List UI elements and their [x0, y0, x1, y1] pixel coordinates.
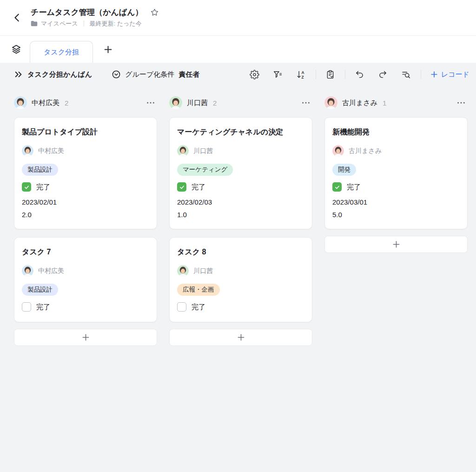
sort-button[interactable]: AZ — [296, 69, 307, 80]
kanban-column-1: 中村広美 2 製品プロトタイプ設計 中村広美 製品設計 — [14, 94, 157, 346]
view-name: タスク分担かんばん — [27, 70, 92, 79]
kanban-card[interactable]: 新機能開発 古川まさみ 開発 完了 2023/03/01 5.0 — [324, 117, 468, 229]
search-records-button[interactable] — [401, 69, 412, 80]
redo-icon — [378, 70, 388, 80]
checkbox-label: 完了 — [36, 183, 50, 192]
chevron-left-icon — [12, 13, 22, 23]
view-list-button[interactable] — [11, 44, 21, 54]
column-count: 2 — [213, 99, 217, 107]
column-count: 2 — [65, 99, 68, 107]
grouping-control[interactable]: グループ化条件 責任者 — [112, 70, 199, 79]
column-title: 川口茜 — [187, 99, 208, 107]
avatar — [14, 96, 27, 109]
settings-button[interactable] — [249, 69, 260, 80]
last-updated: 最終更新: たった今 — [90, 20, 142, 28]
card-assignee: 古川まさみ — [332, 145, 460, 157]
done-checkbox[interactable] — [22, 302, 31, 312]
column-menu-button[interactable] — [145, 97, 156, 108]
double-chevron-right-icon[interactable] — [14, 70, 23, 79]
undo-button[interactable] — [354, 69, 365, 80]
assignee-name: 川口茜 — [193, 267, 213, 275]
card-assignee: 川口茜 — [177, 145, 304, 157]
kanban-card[interactable]: タスク 8 川口茜 広報・企画 完了 — [169, 237, 312, 322]
done-checkbox[interactable] — [177, 182, 186, 192]
done-checkbox[interactable] — [177, 302, 186, 312]
column-title: 中村広美 — [32, 99, 60, 107]
toolbar-divider — [345, 70, 345, 79]
ellipsis-icon — [146, 98, 155, 107]
avatar — [324, 96, 337, 109]
filter-icon — [273, 70, 283, 80]
ellipsis-icon — [301, 98, 311, 107]
assignee-name: 中村広美 — [38, 267, 64, 275]
hours-value: 5.0 — [332, 211, 460, 219]
tag-badge: 製品設計 — [22, 284, 58, 296]
tag-badge: 開発 — [332, 164, 356, 176]
assignee-name: 古川まさみ — [349, 147, 382, 155]
page-title: チームタスク管理（かんばん） — [31, 8, 143, 17]
paste-icon — [325, 70, 335, 80]
check-icon — [334, 184, 340, 190]
avatar — [169, 96, 182, 109]
hours-value: 2.0 — [22, 211, 149, 219]
checkbox-label: 完了 — [347, 183, 361, 192]
grouping-value: 責任者 — [178, 70, 199, 79]
column-menu-button[interactable] — [456, 97, 467, 108]
avatar — [22, 265, 33, 277]
plus-icon — [104, 45, 112, 54]
checkbox-label: 完了 — [192, 303, 205, 312]
card-title: 新機能開発 — [332, 127, 460, 137]
circle-chevron-down-icon — [112, 70, 121, 79]
layers-icon — [11, 44, 21, 54]
column-header: 川口茜 2 — [169, 96, 312, 109]
done-checkbox[interactable] — [22, 182, 31, 192]
tab-label: タスク分担 — [44, 48, 79, 57]
assignee-name: 中村広美 — [38, 147, 64, 155]
due-date: 2023/03/01 — [332, 198, 460, 206]
meta-divider — [84, 20, 84, 27]
check-icon — [179, 184, 185, 190]
title-block: チームタスク管理（かんばん） マイスペース 最終更新: たった今 — [31, 8, 159, 28]
kanban-card[interactable]: タスク 7 中村広美 製品設計 完了 — [14, 237, 157, 322]
ellipsis-icon — [456, 98, 466, 107]
done-checkbox[interactable] — [332, 182, 342, 192]
search-list-icon — [401, 70, 411, 80]
hours-value: 1.0 — [177, 211, 304, 219]
kanban-column-3: 古川まさみ 1 新機能開発 古川まさみ 開発 — [324, 94, 468, 253]
filter-button[interactable] — [272, 69, 284, 80]
card-title: タスク 8 — [177, 247, 304, 257]
avatar — [332, 145, 344, 157]
kanban-card[interactable]: 製品プロトタイプ設計 中村広美 製品設計 完了 2023/02/01 2.0 — [14, 117, 157, 229]
kanban-column-2: 川口茜 2 マーケティングチャネルの決定 川口茜 マーケティング — [169, 94, 312, 346]
add-view-button[interactable] — [104, 45, 112, 54]
paste-button[interactable] — [325, 69, 336, 80]
column-count: 1 — [383, 99, 386, 107]
card-assignee: 中村広美 — [22, 145, 149, 157]
assignee-name: 川口茜 — [193, 147, 213, 155]
breadcrumb-workspace[interactable]: マイスペース — [41, 20, 78, 28]
check-icon — [24, 184, 30, 190]
column-menu-button[interactable] — [300, 97, 311, 108]
card-title: 製品プロトタイプ設計 — [22, 127, 149, 137]
favorite-button[interactable] — [151, 8, 159, 16]
add-record-button[interactable]: レコード — [430, 70, 469, 79]
tab-task-assignment[interactable]: タスク分担 — [30, 41, 93, 63]
add-card-button[interactable] — [169, 329, 312, 346]
avatar — [177, 145, 189, 157]
back-button[interactable] — [10, 11, 24, 25]
kanban-card[interactable]: マーケティングチャネルの決定 川口茜 マーケティング 完了 2023/02/03… — [169, 117, 312, 229]
tag-badge: マーケティング — [177, 164, 233, 176]
card-assignee: 川口茜 — [177, 265, 304, 277]
add-card-button[interactable] — [324, 236, 468, 253]
redo-button[interactable] — [377, 69, 389, 80]
toolbar-divider — [316, 70, 316, 79]
due-date: 2023/02/01 — [22, 198, 149, 206]
column-header: 古川まさみ 1 — [324, 96, 468, 109]
column-title: 古川まさみ — [342, 99, 377, 107]
plus-icon — [392, 240, 400, 248]
tag-badge: 製品設計 — [22, 164, 58, 176]
avatar — [22, 145, 33, 157]
add-card-button[interactable] — [14, 329, 157, 346]
checkbox-label: 完了 — [192, 183, 205, 192]
svg-text:Z: Z — [302, 74, 304, 79]
